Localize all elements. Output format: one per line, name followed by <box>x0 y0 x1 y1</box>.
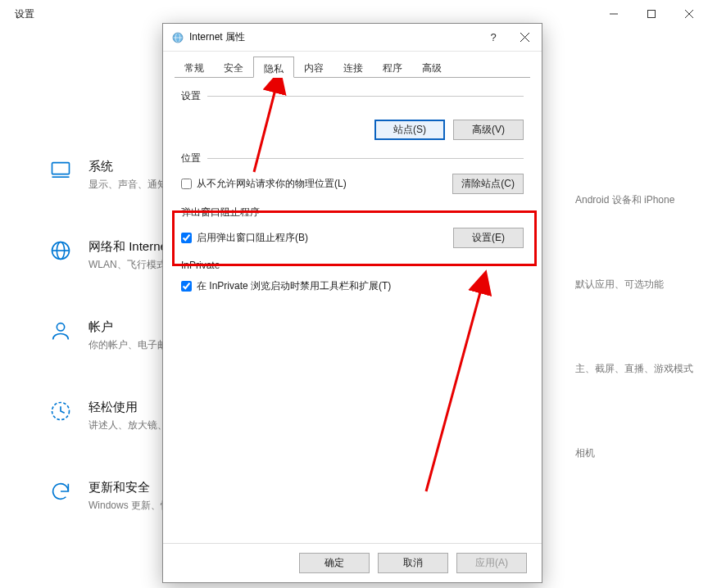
checkbox-label: 启用弹出窗口阻止程序(B) <box>197 231 308 245</box>
dialog-close-button[interactable] <box>507 24 542 52</box>
apply-button[interactable]: 应用(A) <box>456 553 527 573</box>
dialog-titlebar[interactable]: Internet 属性 ? <box>163 24 542 52</box>
tab-security[interactable]: 安全 <box>214 57 253 78</box>
window-controls <box>595 0 708 28</box>
globe-icon <box>49 239 72 262</box>
inprivate-checkbox-row[interactable]: 在 InPrivate 浏览启动时禁用工具栏和扩展(T) <box>181 279 524 293</box>
tab-privacy[interactable]: 隐私 <box>253 57 294 78</box>
never-allow-location-checkbox[interactable] <box>181 179 192 189</box>
dialog-title: Internet 属性 <box>189 30 245 44</box>
dialog-tabs: 常规 安全 隐私 内容 连接 程序 高级 <box>163 52 542 78</box>
svg-point-9 <box>57 323 64 331</box>
hint-text: 默认应用、可选功能 <box>575 278 693 292</box>
checkbox-label: 在 InPrivate 浏览启动时禁用工具栏和扩展(T) <box>197 279 391 293</box>
tab-general[interactable]: 常规 <box>175 57 214 78</box>
svg-rect-1 <box>648 11 656 18</box>
cancel-button[interactable]: 取消 <box>378 553 448 573</box>
internet-properties-dialog: Internet 属性 ? 常规 安全 隐私 内容 连接 程序 高级 设置 站点… <box>162 23 542 583</box>
system-icon <box>49 159 72 182</box>
tab-content[interactable]: 内容 <box>294 57 334 78</box>
enable-popup-blocker-checkbox[interactable] <box>181 233 192 243</box>
help-button[interactable]: ? <box>479 31 507 43</box>
hint-text: Android 设备和 iPhone <box>575 193 693 207</box>
popup-settings-button[interactable]: 设置(E) <box>453 228 524 248</box>
section-label: InPrivate <box>181 260 220 271</box>
hint-text: 相机 <box>575 446 693 460</box>
section-label: 设置 <box>181 89 201 103</box>
tab-advanced[interactable]: 高级 <box>412 57 452 78</box>
right-hints: Android 设备和 iPhone 默认应用、可选功能 主、截屏、直播、游戏模… <box>575 193 693 460</box>
section-popup-blocker: 弹出窗口阻止程序 启用弹出窗口阻止程序(B) 设置(E) <box>181 206 524 248</box>
section-location: 位置 从不允许网站请求你的物理位置(L) 清除站点(C) <box>181 152 524 194</box>
section-settings: 设置 站点(S) 高级(V) <box>181 89 524 140</box>
sites-button[interactable]: 站点(S) <box>374 120 445 140</box>
advanced-button[interactable]: 高级(V) <box>453 120 524 140</box>
minimize-button[interactable] <box>595 0 633 28</box>
clear-sites-button[interactable]: 清除站点(C) <box>452 174 524 194</box>
section-label: 位置 <box>181 152 201 165</box>
maximize-button[interactable] <box>633 0 670 28</box>
ease-icon <box>49 400 72 423</box>
svg-rect-4 <box>52 163 70 174</box>
dialog-footer: 确定 取消 应用(A) <box>163 543 542 582</box>
checkbox-label: 从不允许网站请求你的物理位置(L) <box>197 177 347 191</box>
settings-title: 设置 <box>0 7 34 21</box>
location-checkbox-row[interactable]: 从不允许网站请求你的物理位置(L) <box>181 177 347 191</box>
tab-connections[interactable]: 连接 <box>334 57 373 78</box>
inprivate-disable-toolbars-checkbox[interactable] <box>181 281 192 292</box>
popup-checkbox-row[interactable]: 启用弹出窗口阻止程序(B) <box>181 231 308 245</box>
person-icon <box>49 319 72 342</box>
sync-icon <box>49 480 72 503</box>
section-label: 弹出窗口阻止程序 <box>181 206 260 219</box>
section-inprivate: InPrivate 在 InPrivate 浏览启动时禁用工具栏和扩展(T) <box>181 260 524 293</box>
hint-text: 主、截屏、直播、游戏模式 <box>575 362 693 376</box>
close-button[interactable] <box>670 0 708 28</box>
ok-button[interactable]: 确定 <box>299 553 370 573</box>
tab-programs[interactable]: 程序 <box>373 57 412 78</box>
globe-icon <box>171 31 184 44</box>
dialog-content: 设置 站点(S) 高级(V) 位置 从不允许网站请求你的物理位置(L) 清除站点… <box>163 78 542 543</box>
